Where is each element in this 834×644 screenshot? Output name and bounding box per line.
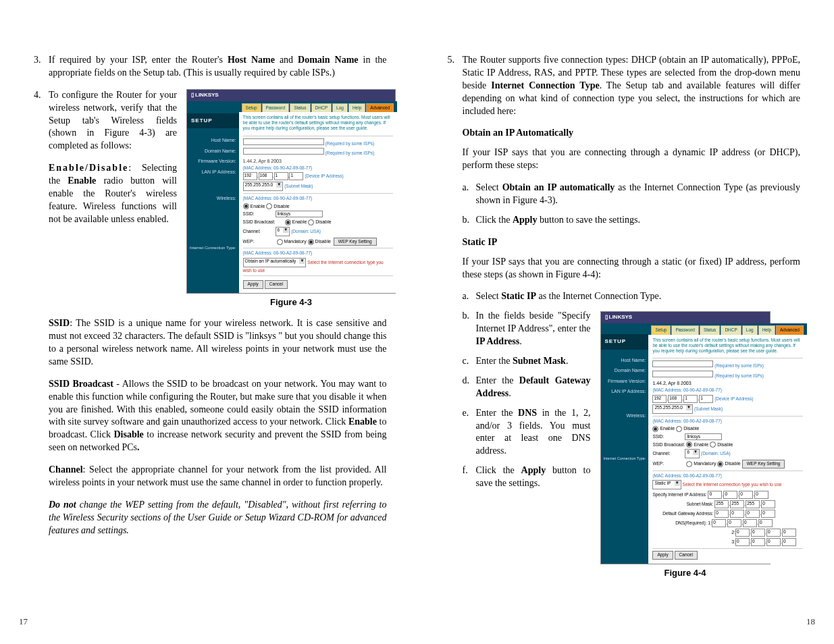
page-number-18: 18: [806, 616, 815, 628]
figure-4-4-wrap: ▯ LINKSYS SETUP Host Name: Domain Name: …: [600, 310, 771, 579]
ip-3[interactable]: 1: [274, 172, 288, 180]
tab-help[interactable]: Help: [348, 103, 365, 113]
tab-password[interactable]: Password: [262, 103, 290, 113]
step-3-text: If required by your ISP, enter the Route…: [49, 54, 387, 80]
page-17: 3. If required by your ISP, enter the Ro…: [0, 0, 417, 644]
domain-name-input[interactable]: [243, 148, 324, 155]
connection-type-select[interactable]: Obtain an IP automatically: [243, 258, 307, 267]
tab-dhcp[interactable]: DHCP: [311, 103, 332, 113]
channel-para: Channel: Select the appropriate channel …: [49, 464, 387, 489]
figure-4-3-screenshot: ▯ LINKSYS SETUP Host Name: Domain Name: …: [186, 89, 396, 294]
figure-4-4-caption: Figure 4-4: [600, 567, 771, 579]
wep-warning-para: Do not change the WEP setting from the d…: [49, 499, 387, 537]
tab-setup[interactable]: Setup: [242, 103, 261, 113]
step-3-num: 3.: [34, 54, 49, 80]
apply-button-2[interactable]: Apply: [652, 551, 673, 559]
subnet-select[interactable]: 255.255.255.0: [243, 182, 284, 191]
step-3: 3. If required by your ISP, enter the Ro…: [34, 54, 387, 80]
obtain-text: If your ISP says that you are connecting…: [463, 146, 801, 172]
tab-advanced[interactable]: Advanced: [366, 103, 394, 113]
ip-2[interactable]: 168: [259, 172, 273, 180]
static-heading: Static IP: [463, 236, 801, 249]
figure-4-3-wrap: ▯ LINKSYS SETUP Host Name: Domain Name: …: [186, 89, 396, 308]
step-4-num: 4.: [34, 89, 49, 308]
ip-4[interactable]: 1: [289, 172, 303, 180]
wep-key-setting-button[interactable]: WEP Key Setting: [334, 238, 377, 246]
cancel-button[interactable]: Cancel: [265, 280, 288, 288]
page-spread: 3. If required by your ISP, enter the Ro…: [0, 0, 834, 644]
obtain-heading: Obtain an IP Automatically: [463, 127, 801, 140]
wireless-enable-radio[interactable]: [243, 203, 249, 209]
step-4-text: To configure the Router for your wireles…: [49, 89, 177, 153]
page-18: 5. The Router supports five connection t…: [417, 0, 835, 644]
wep-disable-radio[interactable]: [308, 239, 314, 245]
figure-4-4-screenshot: ▯ LINKSYS SETUP Host Name: Domain Name: …: [600, 311, 771, 564]
ssid-broadcast-disable[interactable]: [308, 219, 314, 225]
step-4: 4. To configure the Router for your wire…: [34, 89, 387, 308]
cancel-button-2[interactable]: Cancel: [675, 551, 698, 559]
figure-4-3-caption: Figure 4-3: [186, 296, 396, 308]
static-text: If your ISP says that you are connecting…: [463, 256, 801, 281]
ip-1[interactable]: 192: [243, 172, 257, 180]
ssid-input[interactable]: linksys: [276, 211, 323, 217]
ssid-para: SSID: The SSID is a unique name for your…: [49, 317, 387, 369]
host-name-input[interactable]: [243, 138, 324, 145]
wep-mandatory-radio[interactable]: [277, 239, 283, 245]
apply-button[interactable]: Apply: [243, 280, 263, 288]
wireless-disable-radio[interactable]: [266, 203, 272, 209]
static-ip-select[interactable]: Static IP: [652, 480, 681, 489]
enable-disable-para: Enable/Disable: Selecting the Enable rad…: [49, 162, 177, 225]
tab-log[interactable]: Log: [332, 103, 348, 113]
step-5: 5. The Router supports five connection t…: [448, 54, 801, 117]
page-number-17: 17: [19, 616, 28, 628]
ssid-broadcast-enable[interactable]: [285, 219, 291, 225]
channel-select[interactable]: 6: [276, 227, 290, 236]
tab-status[interactable]: Status: [290, 103, 310, 113]
ssid-broadcast-para: SSID Broadcast - Allows the SSID to be b…: [49, 378, 387, 454]
